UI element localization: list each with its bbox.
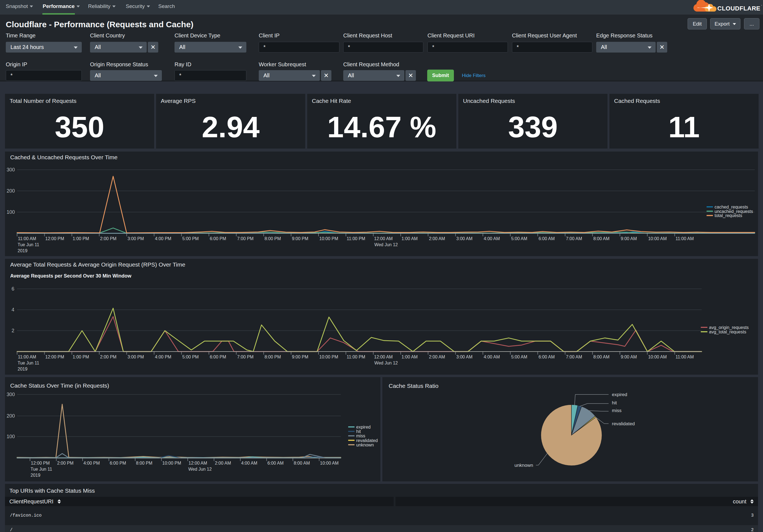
svg-text:12:00 AM: 12:00 AM <box>188 461 207 466</box>
svg-text:11:00 AM: 11:00 AM <box>676 355 694 359</box>
svg-text:5:00 AM: 5:00 AM <box>511 355 527 359</box>
svg-text:miss: miss <box>356 433 365 438</box>
svg-text:Wed Jun 12: Wed Jun 12 <box>374 242 398 247</box>
svg-text:hit: hit <box>356 429 361 434</box>
svg-text:6:00 AM: 6:00 AM <box>539 236 555 241</box>
svg-text:Tue Jun 11: Tue Jun 11 <box>18 242 39 247</box>
svg-text:4:00 AM: 4:00 AM <box>484 236 500 241</box>
svg-text:Average Total Requests & Avera: Average Total Requests & Average Origin … <box>10 261 185 268</box>
svg-text:avg_total_requests: avg_total_requests <box>709 329 746 334</box>
svg-text:4: 4 <box>12 307 14 312</box>
svg-text:Wed Jun 12: Wed Jun 12 <box>188 467 212 472</box>
svg-text:6:00 PM: 6:00 PM <box>110 461 126 466</box>
svg-text:8:00 PM: 8:00 PM <box>136 461 153 466</box>
svg-text:5:00 AM: 5:00 AM <box>511 236 527 241</box>
svg-text:2:00 AM: 2:00 AM <box>215 461 231 466</box>
svg-text:8:00 AM: 8:00 AM <box>594 236 610 241</box>
svg-text:11:00 AM: 11:00 AM <box>18 355 36 359</box>
svg-text:10:00 PM: 10:00 PM <box>319 236 338 241</box>
svg-text:10:00 PM: 10:00 PM <box>163 461 181 466</box>
svg-text:Tue Jun 11: Tue Jun 11 <box>31 467 52 472</box>
svg-text:': ' <box>761 5 762 8</box>
svg-text:miss: miss <box>612 408 621 413</box>
svg-text:4:00 AM: 4:00 AM <box>241 461 257 466</box>
svg-text:3:00 PM: 3:00 PM <box>127 236 144 241</box>
svg-text:10:00 AM: 10:00 AM <box>320 461 339 466</box>
svg-text:2:00 PM: 2:00 PM <box>100 236 117 241</box>
svg-text:5:00 PM: 5:00 PM <box>182 236 199 241</box>
svg-text:8:00 AM: 8:00 AM <box>294 461 310 466</box>
svg-text:300: 300 <box>7 167 15 172</box>
svg-text:revalidated: revalidated <box>356 438 378 443</box>
svg-text:11:00 PM: 11:00 PM <box>347 355 365 359</box>
svg-text:8:00 AM: 8:00 AM <box>594 355 610 359</box>
svg-text:revalidated: revalidated <box>612 421 635 426</box>
svg-text:12:00 AM: 12:00 AM <box>374 355 393 359</box>
svg-text:4:00 AM: 4:00 AM <box>484 355 500 359</box>
svg-text:2:00 PM: 2:00 PM <box>57 461 74 466</box>
svg-text:1:00 AM: 1:00 AM <box>401 236 418 241</box>
svg-text:2: 2 <box>12 328 14 333</box>
svg-text:1:00 PM: 1:00 PM <box>73 236 89 241</box>
svg-text:total_requests: total_requests <box>714 213 742 218</box>
svg-text:11:00 AM: 11:00 AM <box>18 236 36 241</box>
svg-text:1:00 PM: 1:00 PM <box>73 355 89 359</box>
svg-text:9:00 AM: 9:00 AM <box>621 236 637 241</box>
svg-text:100: 100 <box>7 434 15 439</box>
svg-text:9:00 AM: 9:00 AM <box>621 355 637 359</box>
svg-text:10:00 AM: 10:00 AM <box>648 236 667 241</box>
svg-text:unknown: unknown <box>514 463 533 468</box>
svg-text:9:00 PM: 9:00 PM <box>292 355 309 359</box>
svg-text:12:00 PM: 12:00 PM <box>46 236 64 241</box>
svg-text:2019: 2019 <box>31 473 41 478</box>
svg-text:Cache Status Over Time (in Req: Cache Status Over Time (in Requests) <box>10 382 109 389</box>
svg-text:3:00 AM: 3:00 AM <box>456 355 473 359</box>
svg-text:2:00 AM: 2:00 AM <box>429 236 445 241</box>
svg-text:Average Requests per Second Ov: Average Requests per Second Over 30 Min … <box>10 273 132 279</box>
svg-text:12:00 AM: 12:00 AM <box>374 236 393 241</box>
svg-text:6:00 AM: 6:00 AM <box>539 355 555 359</box>
svg-text:9:00 PM: 9:00 PM <box>292 236 309 241</box>
svg-text:8:00 PM: 8:00 PM <box>265 236 281 241</box>
svg-text:3:00 PM: 3:00 PM <box>127 355 144 359</box>
svg-text:7:00 AM: 7:00 AM <box>566 355 582 359</box>
svg-text:200: 200 <box>7 413 15 419</box>
svg-text:11:00 AM: 11:00 AM <box>676 236 694 241</box>
svg-text:hit: hit <box>612 400 617 405</box>
svg-text:3:00 AM: 3:00 AM <box>456 236 473 241</box>
svg-text:7:00 PM: 7:00 PM <box>237 236 254 241</box>
svg-text:6:00 AM: 6:00 AM <box>268 461 284 466</box>
svg-text:4:00 PM: 4:00 PM <box>155 236 171 241</box>
svg-text:5:00 PM: 5:00 PM <box>182 355 199 359</box>
svg-text:6:00 PM: 6:00 PM <box>210 355 226 359</box>
svg-text:CLOUDFLARE: CLOUDFLARE <box>717 5 761 12</box>
svg-text:7:00 AM: 7:00 AM <box>566 236 582 241</box>
svg-text:6:00 PM: 6:00 PM <box>210 236 226 241</box>
svg-text:Cached & Uncached Requests Ove: Cached & Uncached Requests Over Time <box>10 154 118 160</box>
svg-text:10:00 PM: 10:00 PM <box>319 355 338 359</box>
svg-text:expired: expired <box>612 392 627 397</box>
svg-text:2:00 AM: 2:00 AM <box>429 355 445 359</box>
svg-text:7:00 PM: 7:00 PM <box>237 355 254 359</box>
svg-text:Cache Status Ratio: Cache Status Ratio <box>389 383 438 389</box>
svg-text:2:00 PM: 2:00 PM <box>100 355 117 359</box>
svg-text:4:00 PM: 4:00 PM <box>155 355 171 359</box>
svg-text:2019: 2019 <box>18 248 28 253</box>
svg-text:Wed Jun 12: Wed Jun 12 <box>374 361 398 365</box>
svg-text:10:00 AM: 10:00 AM <box>648 355 667 359</box>
svg-text:300: 300 <box>7 392 15 397</box>
svg-text:2019: 2019 <box>18 367 28 371</box>
svg-text:12:00 PM: 12:00 PM <box>46 355 64 359</box>
svg-text:8:00 PM: 8:00 PM <box>265 355 281 359</box>
svg-text:12:00 PM: 12:00 PM <box>31 461 50 466</box>
svg-text:4:00 PM: 4:00 PM <box>83 461 100 466</box>
svg-text:200: 200 <box>7 188 15 194</box>
svg-text:11:00 PM: 11:00 PM <box>347 236 365 241</box>
svg-text:1:00 AM: 1:00 AM <box>401 355 418 359</box>
svg-text:Tue Jun 11: Tue Jun 11 <box>18 361 39 365</box>
svg-text:unknown: unknown <box>356 443 374 447</box>
svg-text:6: 6 <box>12 286 14 292</box>
svg-text:100: 100 <box>7 209 15 215</box>
svg-text:expired: expired <box>356 425 371 429</box>
